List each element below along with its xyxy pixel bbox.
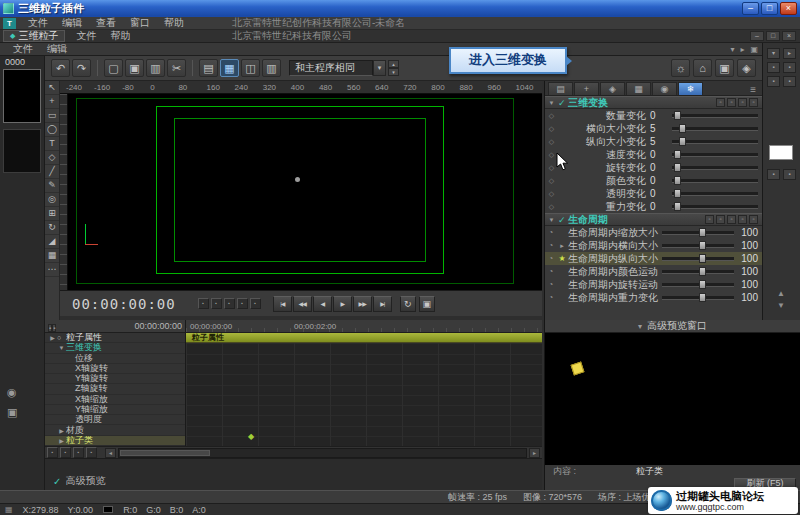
param-slider[interactable]: [662, 228, 734, 237]
param-value[interactable]: 0: [650, 201, 672, 212]
zoom-tool[interactable]: ◎: [45, 193, 59, 207]
tab-add[interactable]: +: [574, 82, 599, 95]
slider-handle[interactable]: [699, 254, 706, 263]
menu-item[interactable]: 编辑: [55, 16, 89, 30]
param-value[interactable]: 0: [650, 175, 672, 186]
pen-tool[interactable]: ✎: [45, 179, 59, 193]
tab-3d-transform[interactable]: ❄: [678, 82, 703, 95]
header-mini-icon[interactable]: ▫: [749, 98, 758, 107]
param-slider[interactable]: [662, 267, 734, 276]
param-value[interactable]: 100: [736, 253, 762, 264]
go-to-start-button[interactable]: |◀: [273, 296, 292, 312]
param-value[interactable]: 0: [650, 188, 672, 199]
timeline-tool-button[interactable]: ▪: [47, 447, 58, 458]
advanced-preview-checkbox[interactable]: ✓ 高级预览: [53, 474, 105, 488]
color-swatch[interactable]: [769, 145, 793, 160]
timeline-header-icon[interactable]: ▪: [52, 324, 56, 332]
go-to-end-button[interactable]: ▶|: [373, 296, 392, 312]
keyframe-toggle-icon[interactable]: ◇: [545, 125, 558, 133]
param-slider[interactable]: [672, 176, 758, 185]
slider-handle[interactable]: [699, 267, 706, 276]
menu-item[interactable]: 窗口: [123, 16, 157, 30]
param-value[interactable]: 5: [650, 136, 672, 147]
loop-button[interactable]: ↻: [400, 296, 416, 312]
copy-icon[interactable]: ▥: [146, 59, 165, 77]
slider-handle[interactable]: [674, 163, 681, 172]
timeline-track-row[interactable]: Y轴旋转: [45, 374, 185, 384]
prev-frame-button[interactable]: ◀◀: [293, 296, 312, 312]
transport-mini-button[interactable]: ▪: [237, 298, 248, 309]
expand-arrow-icon[interactable]: ▶: [48, 334, 57, 341]
close-button[interactable]: ×: [780, 2, 797, 15]
spin-up-button[interactable]: ▴: [388, 60, 399, 68]
slider-handle[interactable]: [674, 111, 681, 120]
keyframe-toggle-icon[interactable]: ◇: [545, 112, 558, 120]
expand-arrow-icon[interactable]: ▶: [57, 427, 66, 434]
param-slider[interactable]: [672, 202, 758, 211]
timeline-track-row[interactable]: Y轴缩放: [45, 405, 185, 415]
keyframe-indicator-icon[interactable]: ▸: [557, 242, 567, 250]
next-frame-button[interactable]: ▶▶: [353, 296, 372, 312]
home-icon[interactable]: ⌂: [693, 59, 712, 77]
slider-handle[interactable]: [699, 293, 706, 302]
monitor-icon[interactable]: ▣: [715, 59, 734, 77]
collapse-icon[interactable]: ▼: [545, 217, 558, 223]
param-value[interactable]: 100: [736, 227, 762, 238]
strip-icon[interactable]: ▪: [767, 62, 780, 73]
header-mini-icon[interactable]: ▫: [727, 215, 736, 224]
cut-icon[interactable]: ✂: [167, 59, 186, 77]
strip-icon[interactable]: ▪: [783, 76, 796, 87]
clip-bar[interactable]: 粒子属性: [186, 333, 542, 343]
strip-icon[interactable]: ▸: [783, 48, 796, 59]
param-slider[interactable]: [672, 124, 758, 133]
line-tool[interactable]: ╱: [45, 165, 59, 179]
transport-mini-button[interactable]: ▪: [198, 298, 209, 309]
timeline-track-row[interactable]: ▶材质: [45, 425, 185, 435]
render-mode-dropdown[interactable]: 和主程序相同 ▾ ▴ ▾: [289, 60, 399, 76]
param-value[interactable]: 5: [650, 123, 672, 134]
timeline-track-row[interactable]: ▶○粒子属性: [45, 333, 185, 343]
scale-tool[interactable]: ◢: [45, 235, 59, 249]
library-icon[interactable]: ◈: [737, 59, 756, 77]
panel-menu-icon[interactable]: ≡: [750, 84, 756, 95]
timeline-track-row[interactable]: 位移: [45, 354, 185, 364]
media-thumbnail[interactable]: [3, 69, 41, 123]
new-icon[interactable]: ▢: [104, 59, 123, 77]
scroll-right-button[interactable]: ▸: [529, 448, 540, 458]
plugin-close-button[interactable]: ×: [782, 31, 796, 41]
plugin-minimize-button[interactable]: –: [750, 31, 764, 41]
pan-tool[interactable]: ⊞: [45, 207, 59, 221]
keyframe-toggle-icon[interactable]: ◇: [545, 138, 558, 146]
chevron-down-icon[interactable]: ▾: [373, 60, 386, 76]
appbar-menu-item[interactable]: 文件: [69, 29, 103, 43]
tab-color[interactable]: ▦: [626, 82, 651, 95]
lifecycle-section-header[interactable]: ▼ ✓ 生命周期 ▫▫▫▫▫: [545, 213, 762, 226]
minimize-button[interactable]: –: [742, 2, 759, 15]
param-slider[interactable]: [672, 111, 758, 120]
transform-section-header[interactable]: ▼ ✓ 三维变换 ▫▫▫▫: [545, 96, 762, 109]
menu-item[interactable]: 查看: [89, 16, 123, 30]
docbar-icon[interactable]: ▸: [740, 45, 744, 54]
slider-handle[interactable]: [674, 202, 681, 211]
timeline-ruler[interactable]: 00:00:00:0000:00:02:00: [186, 320, 542, 332]
strip-icon[interactable]: ▪: [767, 76, 780, 87]
header-mini-icon[interactable]: ▫: [749, 215, 758, 224]
more-tool[interactable]: ⋯: [45, 263, 59, 277]
strip-icon[interactable]: ▪: [783, 62, 796, 73]
checkbox-icon[interactable]: ✓: [558, 215, 568, 225]
header-mini-icon[interactable]: ▫: [716, 215, 725, 224]
scroll-up-icon[interactable]: ▲: [777, 289, 785, 298]
view-wireframe-icon[interactable]: ▤: [199, 59, 218, 77]
param-slider[interactable]: [672, 150, 758, 159]
param-value[interactable]: 0: [650, 149, 672, 160]
param-slider[interactable]: [672, 137, 758, 146]
select-tool[interactable]: ↖: [45, 81, 59, 95]
tab-list[interactable]: ▤: [548, 82, 573, 95]
polygon-tool[interactable]: ◇: [45, 151, 59, 165]
checkbox-icon[interactable]: ✓: [558, 98, 568, 108]
header-mini-icon[interactable]: ▫: [716, 98, 725, 107]
marquee-tool[interactable]: ▭: [45, 109, 59, 123]
timeline-track-row[interactable]: X轴缩放: [45, 395, 185, 405]
edit-viewport[interactable]: [68, 94, 542, 290]
timeline-tool-button[interactable]: ▪: [60, 447, 71, 458]
